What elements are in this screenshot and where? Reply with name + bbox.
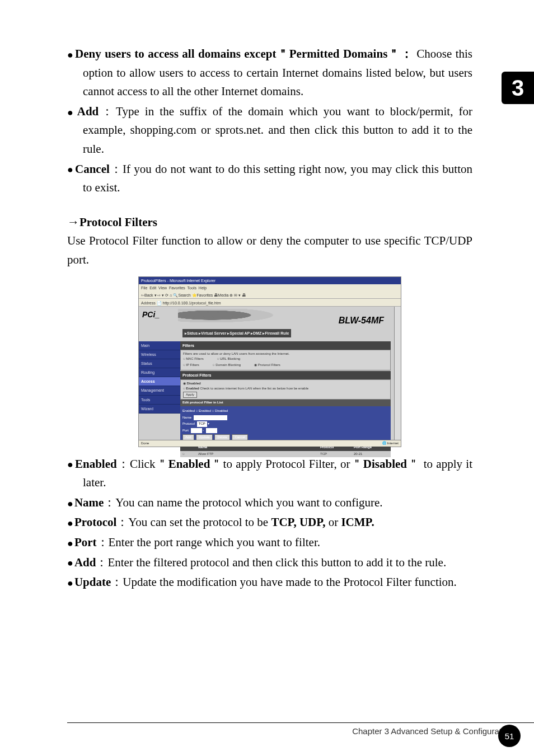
enabled-quote1: Enabled [168,457,210,471]
port-item: ●Port：Enter the port range which you wan… [67,533,472,552]
filter-opt: ○ Domain Blocking [213,363,241,368]
colon: ： [99,105,116,118]
pf-enabled: ○ Enabled Check to access internet from … [183,386,388,392]
protocol-desc-mid: or [329,515,339,529]
protocol-filters-desc: Use Protocol Filter function to allow or… [67,232,472,269]
filters-body: Filters are used to allow or deny LAN us… [180,350,391,370]
port-label: Port [74,536,97,549]
window-toolbar: ⇦Back ▾ ⇨ ▾ ⟳ ⌂ 🔍Search ⭐Favorites 🖶Medi… [139,291,401,299]
sidebar-item: Tools [139,396,180,405]
pf-header: Protocol Filters [180,371,391,379]
protocol-filters-title: Protocol Filters [79,215,157,229]
sidebar-item: Wireless [139,350,180,359]
scrollbar [394,307,401,440]
sidebar-item: Main [139,341,180,350]
colon: ： [117,457,130,471]
colon: ： [96,556,107,569]
table-row: ○ Allow FTP TCP 20-21 [180,451,391,458]
sidebar: Main Wireless Status Routing Access Mana… [139,341,180,414]
quote-close: ＂ [407,457,420,471]
name-label: Name [74,496,104,509]
enabled-desc-pre: Click [130,457,156,471]
page-number: 51 [498,725,521,747]
sidebar-item: Routing [139,368,180,377]
add2-item: ●Add：Enter the filtered protocol and the… [67,553,472,572]
arrow-icon: → [67,215,79,229]
filter-opt: ○ IP Filters [183,363,199,368]
protocol-desc-pre: You can set the protocol to be [128,515,268,529]
page-main: PCi_ BLW-54MF ▸Sidus ▸Virtual Server ▸Sp… [139,307,394,440]
add1-desc: Type in the suffix of the domain which y… [83,105,472,156]
pf-disabled: ◉ Disabled [183,381,388,387]
name-desc: You can name the protocol which you want… [115,496,382,509]
sidebar-item: Status [139,359,180,368]
bullet-icon: ● [67,498,73,509]
port-desc: Enter the port range which you want to f… [109,536,320,549]
sidebar-item: Management [139,386,180,395]
add2-desc: Enter the filtered protocol and then cli… [107,556,446,569]
add1-label: Add [77,105,99,118]
page-content: ●Deny users to access all domains except… [0,0,534,592]
name-item: ●Name：You can name the protocol which yo… [67,494,472,513]
sidebar-item-selected: Access [139,377,180,386]
top-tabs: ▸Sidus ▸Virtual Server ▸Special AP ▸DMZ … [182,329,291,337]
filters-note: Filters are used to allow or deny LAN us… [183,351,388,357]
chapter-tab: 3 [502,72,534,104]
bullet-icon: ● [67,577,73,589]
cancel-item: ●Cancel：If you do not want to do this se… [67,160,472,198]
colon: ： [104,496,115,509]
colon: ： [110,162,123,176]
cancel-label: Cancel [75,162,110,176]
protocol-desc-bold: TCP, UDP, [271,515,325,529]
quote-open: ＂ [276,47,289,60]
router-screenshot: ProtocolFilters - Microsoft Internet Exp… [138,276,401,447]
bullet-icon: ● [67,518,73,529]
bullet-icon: ● [67,538,73,549]
update-item: ●Update：Update the modification you have… [67,573,472,592]
quote-open: ＂ [350,457,363,471]
protocol-item: ●Protocol：You can set the protocol to be… [67,513,472,532]
filters-header: Filters [180,341,391,350]
page-footer: Chapter 3 Advanced Setup & Configuration… [67,722,534,736]
edit-header: Edit protocol Filter in List [180,400,391,406]
filter-opt-selected: ◉ Protocol Filters [254,363,280,368]
colon: ： [116,515,128,529]
update-desc: Update the modification you have made to… [123,575,457,589]
colon: ： [111,575,123,589]
bullet-icon: ● [67,49,74,60]
footer-text: Chapter 3 Advanced Setup & Configuration [352,726,513,736]
bullet-icon: ● [67,107,76,118]
enabled-label: Enabled [75,457,117,471]
deny-label-pre: Deny users to access all domains except [75,47,276,60]
window-addressbar: Address 📄 http://10.0.100.1/protocol_fil… [139,299,401,307]
deny-item: ●Deny users to access all domains except… [67,45,472,101]
add2-label: Add [74,556,96,569]
edit-form: Enabled ○ Enabled ○ Disabled Name Protoc… [180,406,391,444]
protocol-filters-heading: →Protocol Filters [67,212,472,232]
enabled-item: ●Enabled：Click＂Enabled＂to apply Protocol… [67,455,472,492]
brand-logo: PCi_ [142,308,176,327]
cancel-desc: If you do not want to do this setting ri… [83,162,472,195]
pf-body: ◉ Disabled ○ Enabled Check to access int… [180,379,391,400]
quote-close-colon: ＂： [387,47,413,60]
bullet-icon: ● [67,557,73,569]
window-titlebar: ProtocolFilters - Microsoft Internet Exp… [139,277,401,284]
protocol-desc-bold2: ICMP. [341,515,374,529]
update-label: Update [74,575,111,589]
colon: ： [97,536,109,549]
deny-label-quote: Permitted Domains [289,47,388,60]
protocol-label: Protocol [74,515,116,529]
swoosh-graphic [178,309,290,325]
quote-close: ＂ [210,457,223,471]
filter-opt: ○ MAC Filters [183,356,204,362]
sidebar-item: Wizard [139,405,180,414]
bullet-icon: ● [67,164,74,175]
window-menubar: File Edit View Favorites Tools Help [139,284,401,291]
enabled-desc-mid: to apply Protocol Filter, or [223,457,350,471]
apply-button: Apply [183,392,197,398]
filter-opt: ○ URL Blocking [217,356,240,362]
enabled-quote2: Disabled [363,457,407,471]
model-label: BLW-54MF [339,313,384,328]
add1-item: ●Add：Type in the suffix of the domain wh… [67,102,472,159]
quote-open: ＂ [155,457,168,471]
